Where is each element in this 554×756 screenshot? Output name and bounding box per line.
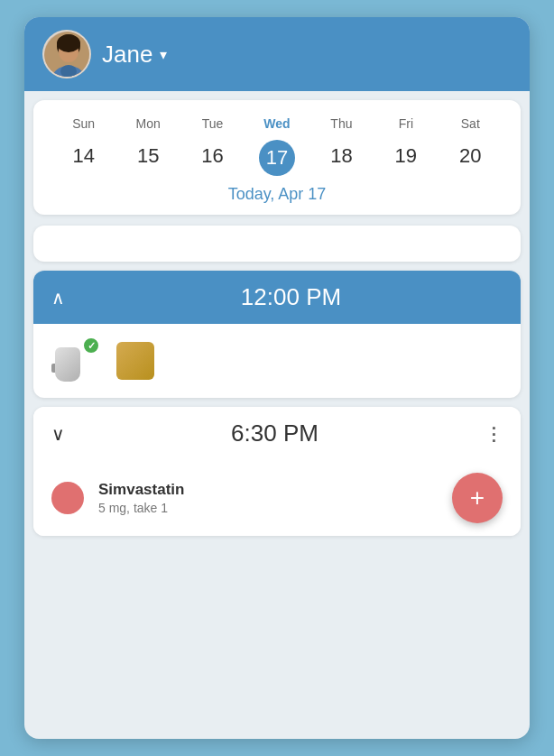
time-section-noon: ∧ 12:00 PM (33, 271, 521, 398)
day-sun: Sun (51, 115, 115, 133)
user-name-label: Jane (102, 41, 152, 69)
day-wed: Wed (245, 115, 309, 133)
check-badge (82, 337, 100, 355)
scroll-area: ∧ 12:00 PM ∨ (24, 220, 530, 739)
svg-point-3 (57, 34, 80, 52)
today-label: Today, Apr 17 (51, 185, 503, 204)
header-user[interactable]: Jane ▾ (102, 41, 167, 69)
calendar-dates: 14 15 16 17 18 19 20 (51, 140, 503, 176)
partial-card (33, 226, 521, 262)
inhaler-item[interactable] (51, 337, 100, 385)
calendar-card: Sun Mon Tue Wed Thu Fri Sat 14 15 16 17 … (33, 100, 521, 215)
day-fri: Fri (374, 115, 438, 133)
avatar[interactable] (42, 30, 91, 78)
day-mon: Mon (115, 115, 180, 133)
calendar-days-header: Sun Mon Tue Wed Thu Fri Sat (51, 115, 503, 133)
tablet-shape (116, 342, 154, 380)
inhaler-body (55, 347, 80, 382)
tablet-item[interactable] (116, 337, 165, 385)
inhaler-shape (51, 337, 84, 382)
date-20[interactable]: 20 (439, 140, 503, 176)
med-row-simvastatin: Simvastatin 5 mg, take 1 + (33, 460, 521, 536)
day-tue: Tue (180, 115, 245, 133)
date-15[interactable]: 15 (115, 140, 180, 176)
app-container: Jane ▾ Sun Mon Tue Wed Thu Fri Sat 14 15… (24, 17, 530, 739)
date-17-today[interactable]: 17 (245, 140, 309, 176)
add-fab[interactable]: + (452, 473, 503, 523)
med-info-simvastatin: Simvastatin 5 mg, take 1 (98, 481, 438, 515)
date-19[interactable]: 19 (374, 140, 438, 176)
collapse-icon[interactable]: ∧ (51, 287, 65, 309)
date-14[interactable]: 14 (51, 140, 115, 176)
pill-icon (51, 482, 84, 514)
date-18[interactable]: 18 (309, 140, 374, 176)
expand-icon[interactable]: ∨ (51, 423, 65, 445)
more-icon[interactable]: ⋮ (485, 423, 503, 445)
med-dose: 5 mg, take 1 (98, 501, 438, 515)
header: Jane ▾ (24, 17, 530, 91)
time-header-evening[interactable]: ∨ 6:30 PM ⋮ (33, 407, 521, 460)
med-name: Simvastatin (98, 481, 438, 499)
meds-area-noon (33, 324, 521, 398)
time-header-noon[interactable]: ∧ 12:00 PM (33, 271, 521, 324)
svg-point-5 (60, 65, 77, 78)
date-16[interactable]: 16 (180, 140, 245, 176)
plus-icon: + (470, 485, 485, 511)
dropdown-icon: ▾ (160, 46, 167, 63)
time-evening: 6:30 PM (79, 419, 470, 447)
day-thu: Thu (309, 115, 374, 133)
time-section-evening: ∨ 6:30 PM ⋮ Simvastatin 5 mg, take 1 + (33, 407, 521, 536)
time-noon: 12:00 PM (79, 283, 503, 311)
day-sat: Sat (439, 115, 503, 133)
